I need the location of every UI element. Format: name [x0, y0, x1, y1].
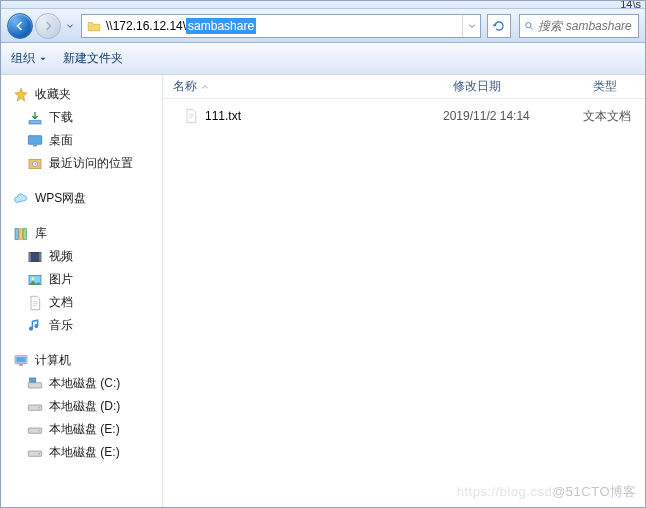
chevron-down-icon	[39, 52, 47, 66]
sidebar-item-favorites[interactable]: 收藏夹	[7, 83, 156, 106]
text-file-icon	[183, 108, 199, 124]
library-icon	[13, 226, 29, 242]
sidebar-item-drive-e[interactable]: 本地磁盘 (E:)	[7, 418, 156, 441]
sidebar-item-libraries[interactable]: 库	[7, 222, 156, 245]
address-text[interactable]: \\172.16.12.14\sambashare	[106, 15, 462, 37]
address-path-selected: sambashare	[186, 18, 256, 34]
sidebar-item-pictures[interactable]: 图片	[7, 268, 156, 291]
sidebar-item-label: 本地磁盘 (C:)	[49, 375, 120, 392]
drive-system-icon	[27, 376, 43, 392]
recent-icon	[27, 156, 43, 172]
file-list: 111.txt 2019/11/2 14:14 文本文档	[163, 99, 645, 507]
column-header-type[interactable]: 类型	[583, 78, 645, 95]
file-date-cell: 2019/11/2 14:14	[443, 109, 583, 123]
libraries-group: 库 视频 图片 文档 音乐	[7, 222, 156, 337]
svg-point-22	[38, 430, 39, 431]
svg-rect-11	[39, 252, 41, 261]
svg-rect-16	[19, 364, 23, 365]
back-button[interactable]	[7, 13, 33, 39]
search-box[interactable]	[519, 14, 639, 38]
sidebar-item-recent[interactable]: 最近访问的位置	[7, 152, 156, 175]
sidebar-item-wps[interactable]: WPS网盘	[7, 187, 156, 210]
drive-icon	[27, 422, 43, 438]
svg-rect-6	[15, 228, 18, 239]
sidebar-item-downloads[interactable]: 下载	[7, 106, 156, 129]
svg-rect-8	[23, 228, 26, 239]
new-folder-label: 新建文件夹	[63, 50, 123, 67]
refresh-icon	[492, 19, 506, 33]
organize-menu[interactable]: 组织	[11, 50, 47, 67]
wps-group: WPS网盘	[7, 187, 156, 210]
svg-point-24	[38, 453, 39, 454]
svg-rect-7	[19, 228, 22, 239]
address-bar[interactable]: \\172.16.12.14\sambashare	[81, 14, 481, 38]
command-toolbar: 组织 新建文件夹	[1, 43, 645, 75]
address-path-plain: \\172.16.12.14\	[106, 18, 186, 34]
arrow-left-icon	[14, 20, 26, 32]
column-header-name[interactable]: 名称	[163, 78, 443, 95]
svg-rect-2	[28, 135, 41, 144]
chevron-down-icon	[468, 22, 476, 30]
arrow-right-icon	[42, 20, 54, 32]
sidebar-item-label: 视频	[49, 248, 73, 265]
sidebar-item-label: 音乐	[49, 317, 73, 334]
file-row[interactable]: 111.txt 2019/11/2 14:14 文本文档	[163, 105, 645, 127]
column-header-label: 修改日期	[453, 78, 501, 95]
refresh-button[interactable]	[487, 14, 511, 38]
sidebar-item-label: 本地磁盘 (E:)	[49, 421, 120, 438]
favorites-group: 收藏夹 下载 桌面 最近访问的位置	[7, 83, 156, 175]
sidebar-item-drive-e2[interactable]: 本地磁盘 (E:)	[7, 441, 156, 464]
video-icon	[27, 249, 43, 265]
sidebar-item-documents[interactable]: 文档	[7, 291, 156, 314]
file-name: 111.txt	[205, 109, 241, 123]
documents-icon	[27, 295, 43, 311]
sidebar-item-computer[interactable]: 计算机	[7, 349, 156, 372]
desktop-icon	[27, 133, 43, 149]
watermark-bold: @51CTO博客	[552, 484, 637, 499]
svg-point-0	[526, 22, 531, 27]
titlebar: 14\s	[1, 1, 645, 9]
svg-rect-23	[28, 451, 41, 456]
column-header-date[interactable]: 修改日期	[443, 78, 583, 95]
watermark: https://blog.csd@51CTO博客	[457, 483, 637, 501]
sidebar-item-label: WPS网盘	[35, 190, 86, 207]
sidebar-item-label: 下载	[49, 109, 73, 126]
forward-button[interactable]	[35, 13, 61, 39]
svg-rect-1	[29, 120, 41, 123]
drive-icon	[27, 445, 43, 461]
svg-rect-15	[16, 357, 25, 362]
search-icon	[524, 20, 534, 32]
sidebar-item-label: 收藏夹	[35, 86, 71, 103]
sidebar-item-drive-c[interactable]: 本地磁盘 (C:)	[7, 372, 156, 395]
sidebar-item-label: 文档	[49, 294, 73, 311]
nav-history-dropdown[interactable]	[63, 22, 77, 30]
sidebar-item-desktop[interactable]: 桌面	[7, 129, 156, 152]
download-icon	[27, 110, 43, 126]
navigation-bar: \\172.16.12.14\sambashare	[1, 9, 645, 43]
sidebar-item-label: 库	[35, 225, 47, 242]
svg-rect-17	[28, 382, 41, 387]
drive-icon	[27, 399, 43, 415]
sidebar-item-videos[interactable]: 视频	[7, 245, 156, 268]
folder-icon	[86, 18, 102, 34]
computer-icon	[13, 353, 29, 369]
column-header-label: 名称	[173, 78, 197, 95]
svg-rect-10	[29, 252, 31, 261]
search-input[interactable]	[538, 19, 634, 33]
svg-rect-3	[33, 145, 37, 146]
column-headers: 名称 修改日期 类型	[163, 75, 645, 99]
star-icon	[13, 87, 29, 103]
body-split: 收藏夹 下载 桌面 最近访问的位置 WPS网盘	[1, 75, 645, 507]
sidebar-item-label: 桌面	[49, 132, 73, 149]
address-dropdown[interactable]	[462, 15, 480, 37]
navigation-pane: 收藏夹 下载 桌面 最近访问的位置 WPS网盘	[1, 75, 163, 507]
chevron-down-icon	[66, 22, 74, 30]
file-name-cell: 111.txt	[163, 108, 443, 124]
sidebar-item-label: 本地磁盘 (E:)	[49, 444, 120, 461]
sidebar-item-music[interactable]: 音乐	[7, 314, 156, 337]
new-folder-button[interactable]: 新建文件夹	[63, 50, 123, 67]
sidebar-item-label: 最近访问的位置	[49, 155, 133, 172]
file-type-cell: 文本文档	[583, 108, 645, 125]
titlebar-fragment: 14\s	[620, 0, 641, 10]
sidebar-item-drive-d[interactable]: 本地磁盘 (D:)	[7, 395, 156, 418]
